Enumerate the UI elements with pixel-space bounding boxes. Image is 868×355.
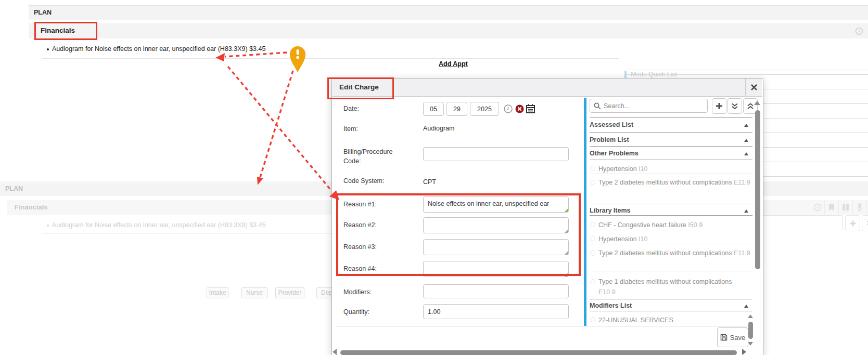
save-button-label: Save [730, 334, 746, 341]
item-radio[interactable] [590, 222, 595, 227]
charge-line-item-disabled: Audiogram for Noise effects on inner ear… [52, 221, 265, 229]
modal-close-button[interactable] [746, 78, 762, 96]
resize-grip-icon[interactable] [564, 272, 568, 277]
reason1-textarea[interactable]: Noise effects on inner ear, unspecified … [423, 196, 569, 213]
code-system-value: CPT [423, 178, 436, 186]
microphone-icon [857, 203, 863, 212]
section-header-modifiers-list[interactable]: Modifiers List [590, 302, 632, 309]
divider [824, 200, 825, 215]
item-radio[interactable] [590, 317, 595, 322]
warning-pin-icon [290, 46, 305, 72]
chevrons-down-icon [866, 220, 868, 227]
list-item[interactable]: Hypertension I10 [598, 164, 750, 174]
item-radio[interactable] [590, 279, 595, 284]
code-system-label: Code System: [343, 177, 385, 185]
add-appt-link[interactable]: Add Appt [439, 60, 468, 68]
financials-title-disabled: Financials [15, 203, 48, 211]
close-icon [751, 84, 757, 90]
item-name: Hypertension [598, 235, 637, 243]
plan-title-disabled: PLAN [5, 185, 23, 192]
search-input[interactable] [590, 99, 708, 113]
plus-icon [849, 220, 857, 227]
divider [590, 215, 752, 216]
divider [336, 326, 749, 326]
item-code: I10 [639, 165, 647, 173]
scroll-up-arrow[interactable] [748, 314, 753, 318]
collapse-caret-icon[interactable] [744, 152, 748, 155]
collapse-caret-icon[interactable] [744, 305, 748, 308]
reason4-label: Reason #4: [343, 265, 377, 272]
add-button-disabled [845, 215, 860, 231]
divider [590, 117, 752, 118]
calendar-icon[interactable] [526, 104, 535, 113]
scroll-down-arrow[interactable] [748, 342, 753, 346]
arrowhead [215, 53, 225, 61]
save-button[interactable]: Save [717, 327, 748, 347]
section-header-problem-list[interactable]: Problem List [590, 136, 629, 143]
list-item[interactable]: Type 1 diabetes mellitus without complic… [598, 277, 750, 297]
expand-button-disabled [862, 215, 868, 231]
horizontal-scrollbar[interactable] [340, 350, 737, 355]
modal-title-bar[interactable]: Edit Charge [332, 78, 762, 97]
list-item[interactable]: Hypertension I10 [598, 234, 750, 244]
reason3-label: Reason #3: [343, 243, 377, 251]
item-radio[interactable] [590, 166, 595, 171]
workflow-button-provider: Provider [275, 287, 304, 298]
help-icon[interactable] [855, 27, 863, 35]
billing-code-input[interactable] [423, 147, 569, 161]
time-icon[interactable] [504, 104, 513, 113]
charge-line-item[interactable]: Audiogram for Noise effects on inner ear… [52, 45, 265, 52]
workflow-button-nurse: Nurse [241, 287, 267, 298]
item-code: I10 [639, 235, 647, 243]
reason4-textarea[interactable] [423, 261, 569, 277]
list-item[interactable]: 22-UNUSUAL SERVICES [598, 315, 750, 325]
item-code: E10.9 [598, 288, 616, 296]
scroll-right-arrow[interactable] [742, 349, 746, 355]
divider [590, 204, 752, 204]
item-code: E11.9 [734, 249, 750, 257]
reason2-textarea[interactable] [423, 217, 569, 233]
expand-all-button[interactable] [727, 98, 742, 114]
item-radio[interactable] [590, 236, 595, 241]
collapse-caret-icon[interactable] [744, 209, 748, 213]
list-item[interactable]: CHF - Congestive heart failure I50.9 [598, 220, 750, 230]
divider [838, 200, 839, 215]
date-year-input[interactable] [470, 102, 499, 116]
scroll-left-arrow[interactable] [333, 349, 337, 355]
arrow-to-reason-box [228, 67, 331, 191]
date-day-input[interactable] [446, 102, 467, 116]
resize-grip-icon[interactable] [564, 208, 568, 212]
list-item[interactable]: Type 2 diabetes mellitus without complic… [598, 177, 750, 188]
vertical-scrollbar-small[interactable] [748, 322, 753, 339]
item-radio[interactable] [590, 251, 595, 256]
reason2-label: Reason #2: [343, 221, 377, 229]
section-header-library-items[interactable]: Library Items [590, 207, 631, 214]
financials-section-header: Financials [29, 23, 868, 38]
quantity-input[interactable] [423, 304, 569, 319]
divider [590, 146, 752, 147]
modifiers-input[interactable] [423, 284, 569, 298]
item-radio[interactable] [590, 180, 595, 185]
resize-grip-icon[interactable] [564, 229, 568, 233]
divider [590, 132, 752, 133]
billing-code-label-line2: Code: [343, 157, 361, 165]
section-header-assessed-list[interactable]: Assessed List [590, 121, 633, 128]
resize-grip-icon[interactable] [564, 251, 568, 255]
vertical-scrollbar[interactable] [755, 110, 760, 269]
help-icon [813, 203, 822, 212]
collapse-caret-icon[interactable] [744, 139, 748, 142]
add-item-button[interactable] [712, 98, 726, 114]
reason3-textarea[interactable] [423, 239, 569, 255]
date-month-input[interactable] [423, 102, 444, 116]
clear-date-icon[interactable] [515, 104, 524, 113]
charge-quick-add-input-disabled [749, 215, 843, 230]
scroll-up-arrow[interactable] [754, 101, 760, 105]
section-header-other-problems[interactable]: Other Problems [590, 150, 639, 157]
reason1-label: Reason #1: [343, 201, 377, 208]
plan-section-header: PLAN [29, 6, 868, 20]
divider [42, 58, 619, 59]
collapse-caret-icon[interactable] [744, 124, 748, 127]
arrow-to-disabled-section [260, 71, 293, 177]
list-item[interactable]: Type 2 diabetes mellitus without complic… [598, 248, 750, 258]
divider [852, 200, 853, 215]
